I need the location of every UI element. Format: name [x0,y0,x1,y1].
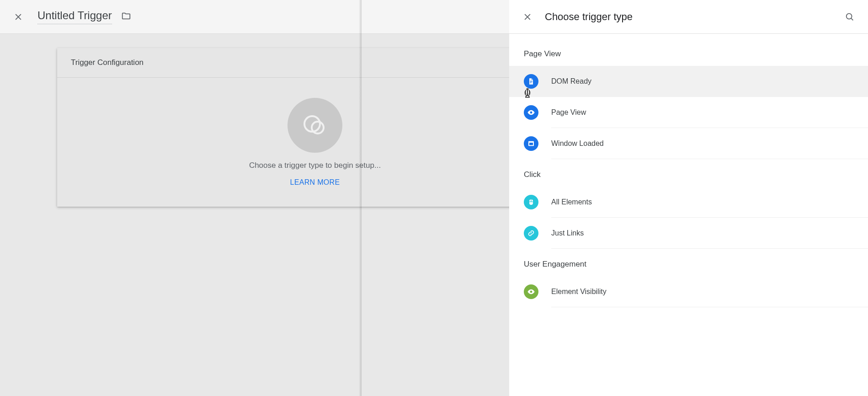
eye-icon [524,105,538,120]
svg-line-7 [851,18,853,20]
trigger-type-label: Page View [551,108,586,117]
panel-header: Choose trigger type [509,0,868,34]
trigger-type-label: DOM Ready [551,77,591,86]
section-title: Trigger Configuration [71,58,144,67]
trigger-type-label: Window Loaded [551,139,604,148]
overlap-circles-icon [302,112,328,139]
eye-icon [524,284,538,299]
trigger-type-row[interactable]: Page View [509,97,868,128]
panel-shadow [359,0,362,396]
trigger-type-row[interactable]: Element Visibility [509,276,868,307]
close-icon [14,12,23,21]
trigger-type-label: All Elements [551,198,592,206]
document-icon [524,74,538,89]
panel-title: Choose trigger type [545,11,839,23]
trigger-type-panel: Choose trigger type Page ViewDOM ReadyPa… [509,0,868,396]
trigger-type-row[interactable]: DOM Ready [509,66,868,97]
svg-point-6 [847,13,852,19]
search-button[interactable] [839,6,861,28]
card-body[interactable]: Choose a trigger type to begin setup... … [57,78,573,207]
trigger-config-card: Trigger Configuration Choose a trigger t… [57,48,573,207]
svg-point-16 [530,291,533,293]
svg-point-3 [312,122,324,134]
section-label: Click [509,159,868,187]
svg-rect-13 [529,143,533,145]
card-header: Trigger Configuration [57,48,573,78]
mouse-icon [524,195,538,209]
search-icon [845,12,855,22]
window-icon [524,136,538,151]
learn-more-link[interactable]: LEARN MORE [290,178,340,187]
svg-rect-9 [530,82,532,82]
close-button[interactable] [7,6,29,28]
svg-point-11 [530,112,533,114]
trigger-placeholder-icon [288,98,342,153]
panel-close-button[interactable] [517,6,538,28]
row-divider [551,307,868,307]
trigger-type-row[interactable]: Window Loaded [509,128,868,159]
row-divider [551,159,868,159]
trigger-type-row[interactable]: All Elements [509,187,868,218]
trigger-title[interactable]: Untitled Trigger [37,9,112,24]
panel-body: Page ViewDOM ReadyPage ViewWindow Loaded… [509,34,868,307]
link-icon [524,226,538,241]
trigger-type-row[interactable]: Just Links [509,218,868,249]
row-divider [551,248,868,249]
close-icon [523,12,532,21]
section-label: Page View [509,38,868,66]
trigger-type-label: Element Visibility [551,288,607,296]
folder-button[interactable] [121,11,131,23]
svg-rect-10 [530,83,531,83]
trigger-type-label: Just Links [551,229,584,237]
svg-rect-8 [530,81,532,81]
folder-icon [121,11,131,21]
section-label: User Engagement [509,249,868,276]
